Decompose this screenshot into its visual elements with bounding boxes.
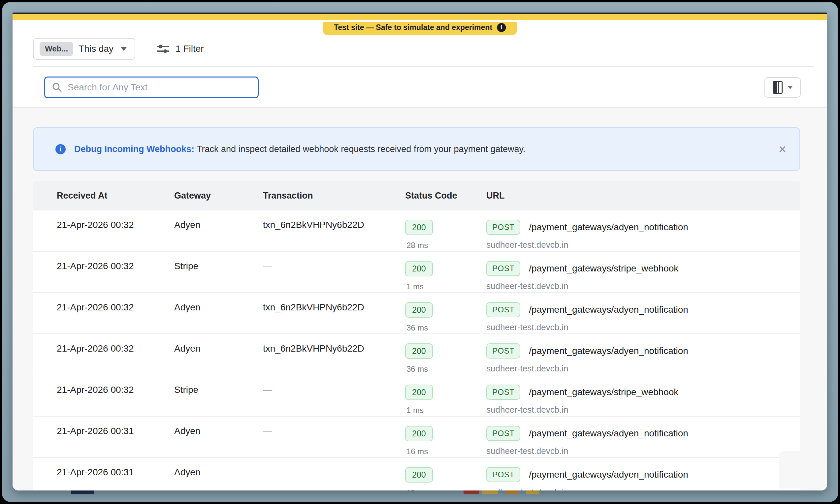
url-cell: POST /payment_gateways/stripe_webhook su… [486, 375, 800, 415]
received-at-cell: 21-Apr-2026 00:31 [57, 458, 174, 478]
http-method-badge: POST [486, 343, 520, 359]
transaction-cell: — [263, 375, 405, 395]
scope-pill: Web... [40, 42, 73, 56]
http-method-badge: POST [486, 467, 520, 482]
floating-panel-corner [779, 451, 826, 488]
gateway-cell: Adyen [174, 417, 263, 436]
latency-label: 1 ms [405, 406, 486, 415]
http-method-badge: POST [486, 261, 520, 276]
wallpaper-fragment [464, 490, 479, 494]
url-cell: POST /payment_gateways/adyen_notificatio… [486, 417, 800, 456]
wallpaper-fragment [506, 490, 518, 494]
http-method-badge: POST [486, 302, 520, 317]
received-at-cell: 21-Apr-2026 00:32 [57, 252, 174, 271]
column-settings-button[interactable] [765, 77, 801, 97]
url-path: /payment_gateways/adyen_notification [529, 346, 688, 356]
http-method-badge: POST [486, 384, 520, 400]
url-host: sudheer-test.devcb.in [486, 281, 800, 291]
url-host: sudheer-test.devcb.in [486, 240, 800, 250]
period-label: This day [78, 43, 113, 54]
search-icon [52, 82, 62, 93]
table-row[interactable]: 21-Apr-2026 00:31 Adyen — 200 19 ms POST… [33, 458, 800, 490]
status-code-cell: 200 1 ms [405, 375, 486, 415]
gateway-cell: Adyen [174, 334, 263, 354]
received-at-cell: 21-Apr-2026 00:32 [57, 293, 174, 313]
gateway-cell: Stripe [174, 252, 263, 271]
table-row[interactable]: 21-Apr-2026 00:32 Adyen txn_6n2BkVHPNy6b… [33, 293, 800, 334]
gateway-cell: Adyen [174, 211, 263, 230]
wallpaper-fragment [526, 490, 539, 494]
test-site-banner: Test site — Safe to simulate and experim… [323, 22, 517, 35]
filter-count-button[interactable]: 1 Filter [156, 43, 204, 55]
url-path: /payment_gateways/adyen_notification [529, 304, 688, 315]
banner-text: Debug Incoming Webhooks: Track and inspe… [74, 144, 525, 155]
transaction-cell: txn_6n2BkVHPNy6b22D [263, 211, 405, 230]
status-code-badge: 200 [405, 302, 433, 318]
gateway-cell: Adyen [174, 458, 263, 478]
table-row[interactable]: 21-Apr-2026 00:32 Adyen txn_6n2BkVHPNy6b… [33, 211, 800, 252]
status-code-badge: 200 [405, 261, 433, 276]
table-row[interactable]: 21-Apr-2026 00:32 Stripe — 200 1 ms POST… [33, 375, 800, 417]
gateway-cell: Adyen [174, 293, 263, 313]
toolbar-divider [33, 66, 814, 67]
status-code-cell: 200 16 ms [405, 417, 486, 456]
url-host: sudheer-test.devcb.in [486, 446, 800, 456]
status-code-cell: 200 36 ms [405, 293, 486, 332]
column-header-transaction: Transaction [263, 191, 405, 201]
sliders-icon [156, 43, 169, 55]
column-header-gateway: Gateway [174, 191, 263, 201]
search-input[interactable] [68, 82, 251, 93]
url-cell: POST /payment_gateways/adyen_notificatio… [486, 293, 800, 332]
latency-label: 16 ms [405, 447, 486, 456]
column-header-received-at: Received At [57, 191, 174, 201]
url-cell: POST /payment_gateways/stripe_webhook su… [486, 252, 800, 291]
chevron-down-icon [121, 47, 127, 51]
table-row[interactable]: 21-Apr-2026 00:32 Adyen txn_6n2BkVHPNy6b… [33, 334, 800, 375]
url-cell: POST /payment_gateways/adyen_notificatio… [486, 334, 800, 374]
webhooks-table: Received At Gateway Transaction Status C… [33, 181, 800, 490]
url-path: /payment_gateways/stripe_webhook [529, 387, 678, 397]
status-code-badge: 200 [405, 343, 433, 359]
date-range-filter-button[interactable]: Web... This day [33, 38, 135, 60]
columns-icon [773, 81, 783, 94]
status-code-cell: 200 28 ms [405, 211, 486, 250]
banner-message: Track and inspect detailed webhook reque… [197, 144, 525, 154]
chevron-down-icon [788, 86, 793, 89]
received-at-cell: 21-Apr-2026 00:32 [57, 375, 174, 395]
search-box [44, 76, 259, 98]
status-code-cell: 200 36 ms [405, 334, 486, 374]
received-at-cell: 21-Apr-2026 00:32 [57, 211, 174, 230]
received-at-cell: 21-Apr-2026 00:31 [57, 417, 174, 436]
wallpaper-fragment [482, 490, 498, 494]
url-host: sudheer-test.devcb.in [486, 322, 800, 332]
latency-label: 36 ms [405, 364, 486, 374]
app-window: Test site — Safe to simulate and experim… [13, 13, 827, 490]
latency-label: 19 ms [405, 488, 486, 490]
status-code-badge: 200 [405, 426, 433, 441]
http-method-badge: POST [486, 426, 520, 441]
toolbar: Web... This day 1 Filter [33, 38, 800, 60]
status-code-badge: 200 [405, 384, 433, 400]
test-site-banner-label: Test site — Safe to simulate and experim… [334, 23, 492, 32]
status-code-badge: 200 [405, 467, 433, 483]
url-path: /payment_gateways/adyen_notification [529, 222, 688, 233]
screenshot-canvas: { "frame": { "test_banner_label": "Test … [0, 0, 840, 504]
table-row[interactable]: 21-Apr-2026 00:31 Adyen — 200 16 ms POST… [33, 417, 800, 458]
test-mode-strip [13, 14, 827, 20]
http-method-badge: POST [486, 220, 520, 235]
close-icon[interactable]: × [775, 141, 789, 157]
column-header-url: URL [486, 191, 800, 201]
table-body: 21-Apr-2026 00:32 Adyen txn_6n2BkVHPNy6b… [33, 211, 800, 490]
latency-label: 36 ms [405, 323, 486, 332]
received-at-cell: 21-Apr-2026 00:32 [57, 334, 174, 354]
url-host: sudheer-test.devcb.in [486, 363, 800, 374]
table-header: Received At Gateway Transaction Status C… [33, 181, 800, 211]
table-row[interactable]: 21-Apr-2026 00:32 Stripe — 200 1 ms POST… [33, 252, 800, 293]
search-row [33, 76, 801, 98]
filter-count-label: 1 Filter [176, 43, 204, 54]
transaction-cell: — [263, 417, 405, 436]
latency-label: 28 ms [405, 241, 486, 250]
transaction-cell: — [263, 252, 405, 271]
info-icon[interactable]: i [497, 23, 506, 32]
info-icon: i [55, 144, 66, 155]
